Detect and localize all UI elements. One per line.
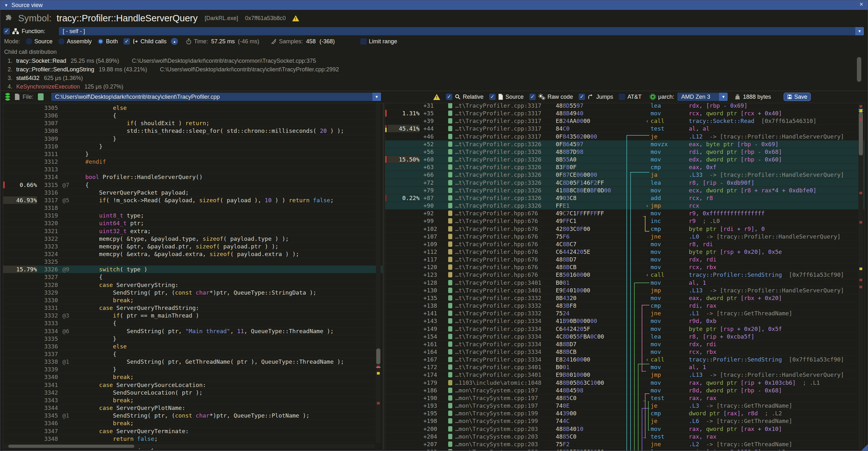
asm-location[interactable]: …mon\TracySystem.cpp:203: [455, 425, 538, 432]
source-line[interactable]: 3347 case ServerQueryTerminate:: [3, 427, 382, 435]
asm-location[interactable]: …t\TracyProfiler.cpp:3334: [455, 333, 541, 340]
source-hscrollbar[interactable]: [4, 444, 375, 448]
file-combo[interactable]: C:\Users\wolf\Desktop\darkrl\contrib\tra…: [51, 93, 381, 101]
asm-row[interactable]: +161…t\TracyProfiler.cpp:3334488BD7movrd…: [385, 340, 865, 348]
function-checkbox[interactable]: ✓: [3, 28, 10, 34]
asm-location[interactable]: …mon\TracySystem.cpp:203: [455, 433, 538, 440]
source-vscrollbar[interactable]: [376, 103, 381, 443]
limit-range-checkbox[interactable]: ✓: [360, 38, 367, 44]
asm-row[interactable]: +128…t\TracyProfiler.cpp:3401B001moval, …: [385, 279, 865, 287]
asm-location[interactable]: …t\TracyProfiler.cpp:3326: [455, 171, 541, 178]
asm-location[interactable]: …t\TracyProfiler.cpp:3401: [455, 279, 541, 286]
asm-location[interactable]: …t\TracyProfiler.cpp:3401: [455, 363, 541, 371]
asm-row[interactable]: +46…t\TracyProfiler.cpp:33170F8435020000…: [385, 133, 865, 141]
source-line[interactable]: 3342 SendSourceLocation( ptr );: [3, 389, 382, 396]
asm-location[interactable]: …t\TracyProfiler.cpp:3326: [455, 141, 541, 148]
asm-location[interactable]: …t\TracyProfiler.hpp:676: [455, 233, 538, 240]
asm-location[interactable]: …t\TracyProfiler.cpp:3326: [455, 148, 541, 155]
asm-row[interactable]: +138…t\TracyProfiler.cpp:3332483BF8cmprd…: [385, 302, 865, 309]
asm-location[interactable]: …t\TracyProfiler.cpp:3326: [455, 202, 541, 209]
source-line[interactable]: 3308 std::this_thread::sleep_for( std::c…: [3, 127, 382, 135]
asm-row[interactable]: +186…mon\TracySystem.cpp:197448B4598movr…: [385, 387, 865, 394]
chevron-down-icon[interactable]: ▼: [372, 93, 381, 101]
source-line[interactable]: 3324 memcpy( &extra, &payload.extra, siz…: [3, 250, 382, 258]
asm-location[interactable]: …t\TracyProfiler.hpp:676: [455, 256, 538, 263]
source-line[interactable]: 3345@1 SendString( ptr, (const char*)ptr…: [3, 412, 382, 419]
asm-location[interactable]: …mon\TracySystem.cpp:199: [455, 410, 538, 417]
asm-row[interactable]: +154…t\TracyProfiler.cpp:33344C8D055FBA0…: [385, 333, 865, 340]
asm-row[interactable]: +52…t\TracyProfiler.cpp:33260FB64597movz…: [385, 141, 865, 148]
source-line[interactable]: 3332@3 if( ptr == m_mainThread ): [3, 312, 382, 320]
att-checkbox[interactable]: ✓: [619, 94, 625, 100]
asm-row[interactable]: +193…mon\TracySystem.cpp:197740Eje.L3 ->…: [385, 402, 865, 410]
asm-location[interactable]: …t\TracyProfiler.cpp:3317: [455, 110, 541, 117]
source-line[interactable]: 3348 return false;: [3, 435, 382, 443]
child-calls-checkbox[interactable]: ✓: [124, 38, 130, 44]
asm-location[interactable]: …mon\TracySystem.cpp:197: [455, 387, 538, 394]
asm-location[interactable]: …t\TracyProfiler.cpp:3401: [455, 371, 541, 379]
asm-row[interactable]: +39…t\TracyProfiler.cpp:3317E824AA0000‹c…: [385, 117, 865, 125]
asm-row[interactable]: +172…t\TracyProfiler.cpp:3401B001moval, …: [385, 363, 865, 371]
source-line[interactable]: 3318: [3, 204, 382, 212]
asm-row[interactable]: 1.31%+35…t\TracyProfiler.cpp:3317488B494…: [385, 110, 865, 117]
source-line[interactable]: 3320 uint64_t ptr;: [3, 219, 382, 227]
asm-row[interactable]: +179…1103\include\atomic:1048488B05B63C1…: [385, 379, 865, 387]
asm-location[interactable]: …mon\TracySystem.cpp:197: [455, 402, 538, 409]
asm-location[interactable]: …t\TracyProfiler.cpp:3326: [455, 156, 541, 163]
assembly-vscrollbar[interactable]: [859, 104, 863, 449]
asm-row[interactable]: +209…mon\TracySystem.cpp:258488D35E88610…: [385, 448, 865, 451]
asm-row[interactable]: +123…t\TracyProfiler.hpp:676E850160000‹c…: [385, 271, 865, 279]
source-line[interactable]: 3331 case ServerQueryThreadString:: [3, 304, 382, 312]
asm-row[interactable]: +149…t\TracyProfiler.cpp:3334C64424205Fm…: [385, 325, 865, 333]
asm-row[interactable]: +167…t\TracyProfiler.cpp:3334E824160000‹…: [385, 356, 865, 363]
asm-row[interactable]: +109…t\TracyProfiler.hpp:6764C8BC7movr8,…: [385, 240, 865, 248]
asm-row[interactable]: +174…t\TracyProfiler.cpp:3401E9B8010000j…: [385, 371, 865, 379]
asm-row[interactable]: +102…t\TracyProfiler.hpp:67642803C0F00cm…: [385, 225, 865, 233]
asm-row[interactable]: +164…t\TracyProfiler.cpp:3334488BCBmovrc…: [385, 348, 865, 356]
source-line[interactable]: 3339 }: [3, 366, 382, 373]
source-line[interactable]: 3307 if( shouldExit ) return;: [3, 119, 382, 127]
asm-row[interactable]: +99…t\TracyProfiler.hpp:67649FFC1incr9 ;…: [385, 217, 865, 225]
asm-row[interactable]: +195…mon\TracySystem.cpp:199443900cmpdwo…: [385, 410, 865, 417]
source-line[interactable]: 3309 }: [3, 135, 382, 143]
asm-location[interactable]: …t\TracyProfiler.cpp:3334: [455, 325, 541, 332]
collapse-icon[interactable]: ▼: [4, 3, 8, 8]
asm-location[interactable]: …t\TracyProfiler.cpp:3326: [455, 163, 541, 171]
asm-row[interactable]: +90…t\TracyProfiler.cpp:3326FFE1‹jmprcx: [385, 202, 865, 210]
asm-row[interactable]: +204…mon\TracySystem.cpp:2034885C0testra…: [385, 433, 865, 441]
source-line[interactable]: 0.66%3315@7{: [3, 181, 382, 189]
asm-row[interactable]: +31…t\TracyProfiler.cpp:3317488D5597lear…: [385, 103, 865, 110]
chevron-down-icon[interactable]: ▼: [719, 93, 727, 101]
asm-location[interactable]: …t\TracyProfiler.cpp:3317: [455, 103, 541, 109]
asm-location[interactable]: …t\TracyProfiler.cpp:3326: [455, 187, 541, 194]
asm-row[interactable]: +141…t\TracyProfiler.cpp:33327524jne.L1 …: [385, 309, 865, 317]
asm-location[interactable]: …t\TracyProfiler.cpp:3326: [455, 179, 541, 186]
asm-row[interactable]: +200…mon\TracySystem.cpp:203488B4010movr…: [385, 425, 865, 433]
asm-row[interactable]: +63…t\TracyProfiler.cpp:332683F80Fcmpeax…: [385, 163, 865, 171]
source-line[interactable]: 3336 else: [3, 343, 382, 350]
asm-location[interactable]: …t\TracyProfiler.cpp:3317: [455, 133, 541, 140]
asm-row[interactable]: +130…t\TracyProfiler.cpp:3401E9E4010000j…: [385, 287, 865, 294]
source-line[interactable]: 3323 memcpy( &ptr, &payload.ptr, sizeof(…: [3, 243, 382, 250]
asm-row[interactable]: +190…mon\TracySystem.cpp:1974885C0testra…: [385, 394, 865, 402]
uarch-combo[interactable]: AMD Zen 3 ▼: [677, 93, 727, 101]
asm-location[interactable]: …t\TracyProfiler.cpp:3334: [455, 317, 541, 325]
source-line[interactable]: 3346 break;: [3, 419, 382, 427]
child-call-entry[interactable]: 4.KeSynchronizeExecution125 μs (0.27%): [0, 83, 868, 90]
asm-row[interactable]: +92…t\TracyProfiler.hpp:67649C7C1FFFFFFF…: [385, 210, 865, 217]
asm-location[interactable]: …t\TracyProfiler.hpp:676: [455, 271, 538, 278]
collapse-up-button[interactable]: ▲: [171, 38, 178, 45]
radio-both[interactable]: [97, 38, 104, 44]
source-line[interactable]: 3334@6 SendString( ptr, "Main thread", 1…: [3, 327, 382, 335]
asm-row[interactable]: +143…t\TracyProfiler.cpp:333441B90B00000…: [385, 317, 865, 325]
source-line[interactable]: 3341 case ServerQuerySourceLocation:: [3, 381, 382, 389]
asm-location[interactable]: …t\TracyProfiler.cpp:3332: [455, 302, 541, 309]
asm-row[interactable]: +112…t\TracyProfiler.hpp:676C64424205Emo…: [385, 248, 865, 256]
source-line[interactable]: 3338@1 SendString( ptr, GetThreadName( p…: [3, 358, 382, 366]
asm-location[interactable]: …mon\TracySystem.cpp:199: [455, 417, 538, 425]
child-call-entry[interactable]: 3.stat64i32625 μs (1.36%): [0, 74, 868, 83]
asm-row[interactable]: +135…t\TracyProfiler.cpp:33328B4320movea…: [385, 294, 865, 302]
source-line[interactable]: 3343 break;: [3, 396, 382, 404]
asm-row[interactable]: +107…t\TracyProfiler.hpp:67675F6jne.L0 -…: [385, 233, 865, 240]
asm-location[interactable]: …t\TracyProfiler.hpp:676: [455, 263, 538, 271]
